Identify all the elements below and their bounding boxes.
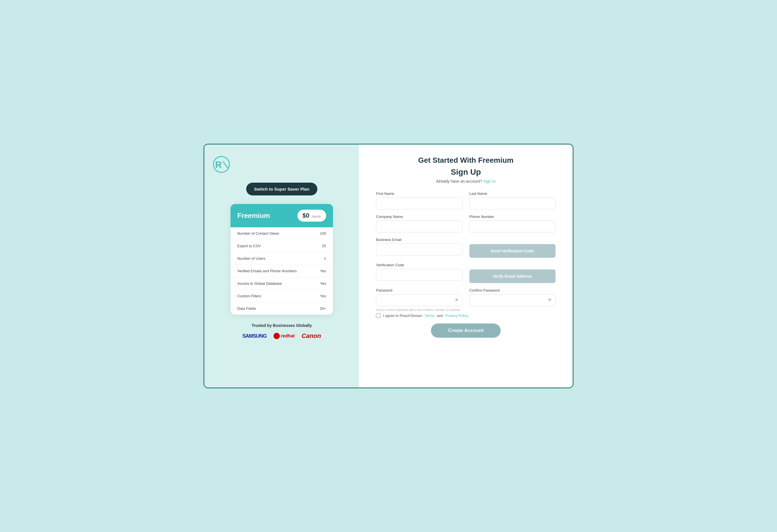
feature-label: Export to CSV xyxy=(237,244,261,248)
first-name-group: First Name xyxy=(376,191,462,210)
verification-code-group: Verification Code xyxy=(376,263,462,283)
last-name-group: Last Name xyxy=(469,191,556,210)
plan-price-badge: $0 / Month xyxy=(298,210,326,222)
signup-heading: Sign Up xyxy=(376,167,556,177)
feature-label: Data Fields xyxy=(237,306,256,311)
redhat-icon xyxy=(273,333,280,339)
signin-link[interactable]: Sign In xyxy=(483,179,496,183)
canon-logo: Canon xyxy=(302,332,321,340)
feature-value: 100 xyxy=(320,231,326,236)
feature-value: Yes xyxy=(320,269,326,273)
plan-feature-row: Verified Emails and Phone Numbers Yes xyxy=(231,265,333,277)
signup-form: First Name Last Name Company Name Phone … xyxy=(376,191,556,311)
page-title: Get Started With Freemium xyxy=(376,156,556,165)
plan-feature-row: Export to CSV 25 xyxy=(231,240,333,252)
send-verification-button[interactable]: Send Verification Code xyxy=(469,244,556,258)
first-name-input[interactable] xyxy=(376,197,462,210)
spacer-label xyxy=(469,238,556,242)
verification-code-input[interactable] xyxy=(376,269,462,281)
plan-feature-row: Custom Filters Yes xyxy=(231,290,333,302)
feature-label: Custom Filters xyxy=(237,294,261,298)
company-name-group: Company Name xyxy=(376,215,462,233)
brand-logos: SAMSUNG redhat Canon xyxy=(231,332,333,340)
last-name-label: Last Name xyxy=(469,191,556,196)
signin-text: Already have an account? xyxy=(436,179,482,183)
first-name-label: First Name xyxy=(376,191,462,196)
feature-label: Verified Emails and Phone Numbers xyxy=(237,269,297,273)
confirm-password-eye-icon[interactable]: 👁 xyxy=(548,297,552,303)
logo: R xyxy=(213,156,230,174)
password-input-wrapper: 👁 xyxy=(376,294,462,306)
feature-value: Yes xyxy=(320,281,326,286)
feature-label: Number of Users xyxy=(237,256,265,261)
business-email-input[interactable] xyxy=(376,244,462,256)
signin-row: Already have an account? Sign In xyxy=(376,179,556,183)
phone-number-label: Phone Number xyxy=(469,215,556,219)
main-container: R Switch to Super Saver Plan Freemium $0… xyxy=(204,144,573,388)
password-input[interactable] xyxy=(376,294,462,306)
plan-feature-row: Access to Global Database Yes xyxy=(231,277,333,290)
terms-checkbox[interactable] xyxy=(376,313,380,318)
confirm-password-input-wrapper: 👁 xyxy=(469,294,556,306)
samsung-logo: SAMSUNG xyxy=(242,333,267,339)
plan-feature-row: Number of Users 1 xyxy=(231,252,333,265)
password-eye-icon[interactable]: 👁 xyxy=(454,297,459,303)
spacer-label2 xyxy=(469,263,556,267)
trusted-title: Trusted by Businesses Globally xyxy=(231,323,333,328)
verify-email-group: Verify Email Address xyxy=(469,263,556,283)
right-panel: Get Started With Freemium Sign Up Alread… xyxy=(359,144,573,388)
send-verification-group: Send Verification Code xyxy=(469,238,556,258)
phone-number-group: Phone Number xyxy=(469,215,556,233)
and-text: and xyxy=(437,313,443,318)
svg-text:R: R xyxy=(215,160,222,170)
plan-price-period: / Month xyxy=(311,215,321,218)
plan-name: Freemium xyxy=(237,212,270,220)
plan-card: Freemium $0 / Month Number of Contact Vi… xyxy=(231,204,333,315)
plan-feature-row: Data Fields 20+ xyxy=(231,302,333,315)
plan-features-list: Number of Contact Views 100 Export to CS… xyxy=(231,227,333,315)
business-email-label: Business Email xyxy=(376,238,462,242)
feature-value: 25 xyxy=(322,244,326,248)
agree-text: I agree to ReachStream xyxy=(383,313,422,318)
feature-value: 20+ xyxy=(320,306,326,311)
phone-number-input[interactable] xyxy=(469,221,556,233)
terms-link[interactable]: Terms xyxy=(425,313,435,318)
verify-email-button[interactable]: Verify Email Address xyxy=(469,269,556,283)
business-email-group: Business Email xyxy=(376,238,462,258)
last-name-input[interactable] xyxy=(469,197,556,210)
company-name-label: Company Name xyxy=(376,215,462,219)
svg-line-2 xyxy=(223,162,228,168)
company-name-input[interactable] xyxy=(376,221,462,233)
verification-code-label: Verification Code xyxy=(376,263,462,267)
privacy-link[interactable]: Privacy Policy. xyxy=(445,313,469,318)
left-panel: R Switch to Super Saver Plan Freemium $0… xyxy=(204,144,359,388)
redhat-logo: redhat xyxy=(273,333,295,339)
create-account-button[interactable]: Create Account xyxy=(431,323,501,338)
redhat-text: redhat xyxy=(281,334,295,339)
confirm-password-group: Confirm Password 👁 xyxy=(469,288,556,311)
plan-price-amount: $0 xyxy=(303,212,309,219)
password-hint: Use 8 or more characters with a mix of l… xyxy=(376,308,462,311)
feature-label: Access to Global Database xyxy=(237,281,282,286)
switch-plan-button[interactable]: Switch to Super Saver Plan xyxy=(246,183,317,195)
password-label: Password xyxy=(376,288,462,292)
terms-row: I agree to ReachStream Terms and Privacy… xyxy=(376,313,556,318)
confirm-password-label: Confirm Password xyxy=(469,288,556,292)
plan-header: Freemium $0 / Month xyxy=(231,204,333,227)
feature-label: Number of Contact Views xyxy=(237,231,279,236)
trusted-section: Trusted by Businesses Globally SAMSUNG r… xyxy=(231,323,333,340)
feature-value: 1 xyxy=(324,256,326,261)
confirm-password-input[interactable] xyxy=(469,294,556,306)
feature-value: Yes xyxy=(320,294,326,298)
password-group: Password 👁 Use 8 or more characters with… xyxy=(376,288,462,311)
plan-feature-row: Number of Contact Views 100 xyxy=(231,227,333,240)
